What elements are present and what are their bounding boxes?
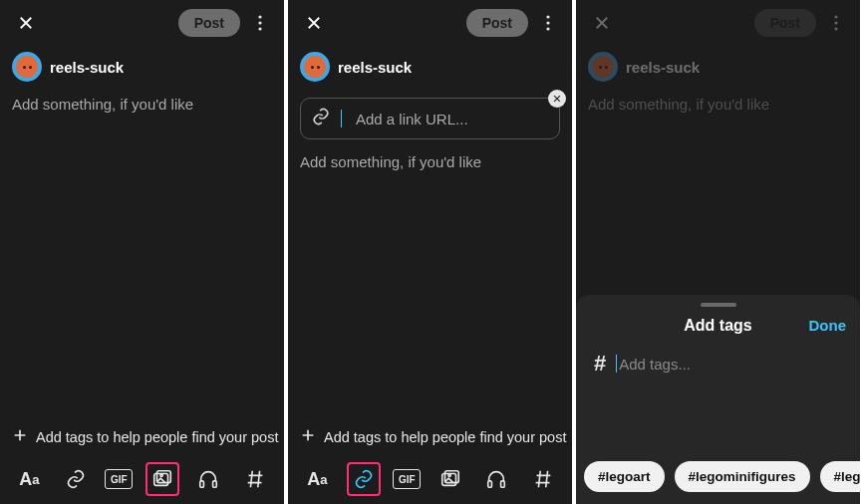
username: reels-suck [626,59,700,76]
compose-toolbar: Aa GIF [288,456,572,504]
screen-compose-link: Post reels-suck Add something, if you'd … [288,0,572,504]
close-icon [590,11,614,35]
audio-button[interactable] [191,462,225,496]
link-url-input[interactable] [356,111,549,127]
svg-point-2 [258,27,261,30]
user-row: reels-suck [576,46,860,92]
more-icon[interactable] [246,9,274,37]
hashtag-button[interactable] [526,462,560,496]
svg-point-0 [258,15,261,18]
compose-placeholder: Add something, if you'd like [576,92,860,117]
topbar: Post [0,0,284,46]
post-button: Post [754,9,816,37]
svg-rect-6 [200,481,204,487]
add-tags-hint-button[interactable]: Add tags to help people find your post [0,417,284,456]
more-icon[interactable] [534,9,562,37]
topbar: Post [576,0,860,46]
screen-compose-default: Post reels-suck Add something, if you'd … [0,0,284,504]
username[interactable]: reels-suck [50,59,124,76]
link-button[interactable] [347,462,381,496]
avatar[interactable] [12,52,42,82]
close-icon[interactable] [302,11,326,35]
tag-suggestion-chip[interactable]: #lego [820,461,860,492]
link-url-input-wrap[interactable] [300,98,560,139]
svg-rect-15 [501,481,505,487]
headphones-icon [485,468,507,490]
image-button[interactable] [145,462,179,496]
avatar [588,52,618,82]
tag-suggestion-chip[interactable]: #legoart [584,461,665,492]
svg-point-17 [834,21,837,24]
post-button[interactable]: Post [178,9,240,37]
svg-point-5 [160,474,162,476]
link-icon [353,468,375,490]
sheet-grabber[interactable] [701,303,736,307]
svg-point-1 [258,21,261,24]
link-url-row [300,98,560,139]
tag-input-row[interactable]: # Add tags... [576,345,860,377]
svg-rect-7 [213,481,217,487]
link-icon [65,468,87,490]
compose-toolbar: Aa GIF [0,456,284,504]
svg-point-9 [546,21,549,24]
plus-icon [12,427,28,446]
hashtag-icon: # [594,351,606,377]
close-icon[interactable] [14,11,38,35]
sheet-title: Add tags [684,317,751,335]
tag-input[interactable]: Add tags... [616,355,691,373]
hashtag-icon [244,468,266,490]
tag-input-placeholder-text: Add tags... [619,356,691,373]
add-tags-sheet: Add tags Done # Add tags... #legoart #le… [576,295,860,504]
audio-button[interactable] [479,462,513,496]
svg-rect-14 [488,481,492,487]
text-style-button[interactable]: Aa [12,462,46,496]
image-button[interactable] [433,462,467,496]
more-icon [822,9,850,37]
tag-suggestion-chip[interactable]: #legominifigures [675,461,810,492]
topbar: Post [288,0,572,46]
username[interactable]: reels-suck [338,59,412,76]
done-button[interactable]: Done [809,317,847,334]
image-icon [439,468,461,490]
user-row: reels-suck [288,46,572,92]
hashtag-icon [532,468,554,490]
add-tags-hint-label: Add tags to help people find your post [36,429,278,445]
gif-button[interactable]: GIF [105,469,133,489]
user-row: reels-suck [0,46,284,92]
svg-point-13 [448,474,450,476]
add-tags-hint-label: Add tags to help people find your post [324,429,566,445]
compose-placeholder[interactable]: Add something, if you'd like [288,149,572,174]
avatar[interactable] [300,52,330,82]
screen-add-tags-sheet: Post reels-suck Add something, if you'd … [576,0,860,504]
image-icon [151,468,173,490]
close-icon [552,94,562,104]
text-caret [616,355,617,373]
tag-suggestions: #legoart #legominifigures #lego [576,451,860,504]
link-icon [311,107,331,130]
link-button[interactable] [59,462,93,496]
gif-button[interactable]: GIF [393,469,421,489]
sheet-header: Add tags Done [576,313,860,345]
compose-placeholder[interactable]: Add something, if you'd like [0,92,284,117]
text-style-button[interactable]: Aa [300,462,334,496]
post-button[interactable]: Post [466,9,528,37]
remove-link-button[interactable] [548,90,566,108]
add-tags-hint-button[interactable]: Add tags to help people find your post [288,417,572,456]
plus-icon [300,427,316,446]
svg-point-10 [546,27,549,30]
text-caret [341,110,342,127]
svg-point-18 [834,27,837,30]
svg-point-16 [834,15,837,18]
hashtag-button[interactable] [238,462,272,496]
headphones-icon [197,468,219,490]
svg-point-8 [546,15,549,18]
